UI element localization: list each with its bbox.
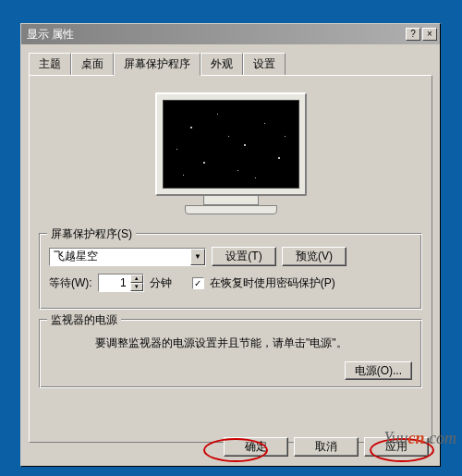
tab-theme[interactable]: 主题	[29, 53, 71, 76]
monitor-preview	[155, 92, 307, 222]
screensaver-settings-button[interactable]: 设置(T)	[212, 247, 276, 266]
display-properties-window: 显示 属性 ? × 主题 桌面 屏幕保护程序 外观 设置	[20, 23, 441, 467]
watermark: Yuucn.com	[383, 429, 456, 448]
resume-password-label: 在恢复时使用密码保护(P)	[210, 275, 335, 291]
screensaver-preview	[163, 100, 299, 189]
spin-down-icon[interactable]: ▼	[130, 283, 143, 291]
tab-screensaver[interactable]: 屏幕保护程序	[114, 53, 201, 76]
resume-password-checkbox[interactable]: ✓	[192, 277, 204, 289]
wait-unit: 分钟	[150, 275, 172, 291]
ok-button[interactable]: 确定	[224, 437, 288, 457]
tab-desktop[interactable]: 桌面	[71, 53, 114, 76]
wait-label: 等待(W):	[49, 275, 92, 291]
chevron-down-icon[interactable]: ▼	[190, 249, 205, 265]
monitor-stand	[203, 196, 259, 205]
help-button[interactable]: ?	[406, 28, 420, 41]
power-button[interactable]: 电源(O)...	[345, 361, 412, 380]
tabs: 主题 桌面 屏幕保护程序 外观 设置	[29, 52, 432, 75]
spin-up-icon[interactable]: ▲	[130, 275, 143, 283]
titlebar[interactable]: 显示 属性 ? ×	[21, 24, 440, 44]
tab-appearance[interactable]: 外观	[201, 53, 243, 76]
wait-spinner[interactable]: 1 ▲ ▼	[98, 274, 144, 292]
screensaver-selected: 飞越星空	[50, 249, 190, 264]
tab-settings[interactable]: 设置	[243, 53, 286, 76]
monitor-frame	[155, 92, 307, 196]
monitor-power-group: 监视器的电源 要调整监视器的电源设置并且节能，请单击"电源"。 电源(O)...	[39, 319, 422, 388]
monitor-base	[185, 205, 277, 214]
window-title: 显示 属性	[24, 27, 404, 43]
tab-panel: 屏幕保护程序(S) 飞越星空 ▼ 设置(T) 预览(V) 等待(W): 1 ▲ …	[29, 75, 432, 443]
power-description: 要调整监视器的电源设置并且节能，请单击"电源"。	[49, 333, 412, 359]
screensaver-group-label: 屏幕保护程序(S)	[47, 226, 136, 242]
screensaver-select[interactable]: 飞越星空 ▼	[49, 248, 206, 266]
monitor-power-group-label: 监视器的电源	[47, 312, 121, 328]
cancel-button[interactable]: 取消	[294, 437, 359, 457]
screensaver-preview-button[interactable]: 预览(V)	[282, 247, 346, 266]
wait-value: 1	[99, 276, 130, 289]
screensaver-group: 屏幕保护程序(S) 飞越星空 ▼ 设置(T) 预览(V) 等待(W): 1 ▲ …	[39, 233, 422, 310]
close-button[interactable]: ×	[422, 28, 437, 41]
